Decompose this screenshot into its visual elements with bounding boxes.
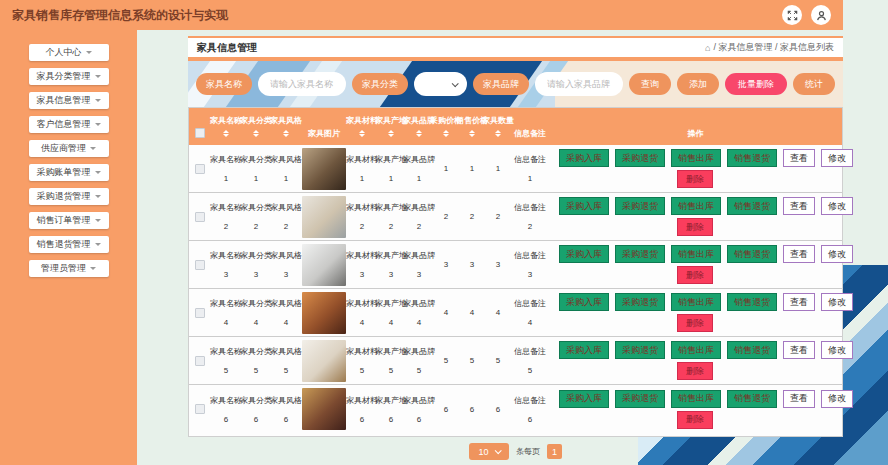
- sort-icon[interactable]: [283, 130, 289, 137]
- cell-origin: 家具产地2: [377, 202, 405, 231]
- view-button[interactable]: 查看: [783, 149, 815, 167]
- header-checkbox-cell: [189, 108, 211, 145]
- sort-icon[interactable]: [223, 130, 229, 137]
- sale-return-button[interactable]: 销售退货: [727, 390, 777, 408]
- sidebar-item-furniture-info[interactable]: 家具信息管理: [29, 92, 109, 109]
- sale-out-button[interactable]: 销售出库: [671, 341, 721, 359]
- purchase-in-button[interactable]: 采购入库: [559, 149, 609, 167]
- sidebar-item-customer-info[interactable]: 客户信息管理: [29, 116, 109, 133]
- query-button[interactable]: 查询: [629, 73, 671, 95]
- sale-out-button[interactable]: 销售出库: [671, 149, 721, 167]
- sort-icon[interactable]: [469, 130, 475, 137]
- sidebar-item-supplier[interactable]: 供应商管理: [29, 140, 109, 157]
- purchase-in-button[interactable]: 采购入库: [559, 293, 609, 311]
- furniture-category-label: 家具分类: [352, 73, 408, 95]
- edit-button[interactable]: 修改: [821, 245, 853, 263]
- furniture-brand-input[interactable]: [535, 72, 623, 96]
- sale-out-button[interactable]: 销售出库: [671, 390, 721, 408]
- sale-return-button[interactable]: 销售退货: [727, 341, 777, 359]
- sort-icon[interactable]: [388, 130, 394, 137]
- edit-button[interactable]: 修改: [821, 390, 853, 408]
- furniture-category-select[interactable]: [414, 72, 467, 96]
- table-row: 家具名称5 家具分类5 家具风格5 家具材料5 家具产地5 家具品牌5 5 5 …: [189, 337, 842, 385]
- sort-icon[interactable]: [443, 130, 449, 137]
- header-remark: 信息备注: [511, 108, 549, 145]
- view-button[interactable]: 查看: [783, 245, 815, 263]
- sidebar-item-label: 客户信息管理: [37, 118, 91, 131]
- table-body: 家具名称1 家具分类1 家具风格1 家具材料1 家具产地1 家具品牌1 1 1 …: [189, 145, 842, 433]
- sale-return-button[interactable]: 销售退货: [727, 149, 777, 167]
- fullscreen-button[interactable]: [782, 5, 802, 25]
- page-size-select[interactable]: 10: [469, 443, 509, 460]
- sidebar-item-personal-center[interactable]: 个人中心: [29, 44, 109, 61]
- cell-sale-price: 2: [459, 212, 485, 221]
- cell-purchase-price: 6: [433, 405, 459, 414]
- sort-icon[interactable]: [253, 130, 259, 137]
- home-icon[interactable]: ⌂: [705, 43, 710, 53]
- row-checkbox[interactable]: [195, 404, 205, 414]
- sale-return-button[interactable]: 销售退货: [727, 197, 777, 215]
- purchase-in-button[interactable]: 采购入库: [559, 390, 609, 408]
- row-checkbox[interactable]: [195, 260, 205, 270]
- delete-button[interactable]: 删除: [677, 266, 713, 284]
- header-image: 家具图片: [301, 108, 347, 145]
- purchase-in-button[interactable]: 采购入库: [559, 341, 609, 359]
- sidebar-item-purchase-bill[interactable]: 采购账单管理: [29, 164, 109, 181]
- row-checkbox[interactable]: [195, 212, 205, 222]
- sidebar-item-admin[interactable]: 管理员管理: [29, 260, 109, 277]
- purchase-return-button[interactable]: 采购退货: [615, 293, 665, 311]
- delete-button[interactable]: 删除: [677, 362, 713, 380]
- sale-return-button[interactable]: 销售退货: [727, 245, 777, 263]
- cell-category: 家具分类2: [241, 202, 271, 231]
- purchase-return-button[interactable]: 采购退货: [615, 245, 665, 263]
- add-button[interactable]: 添加: [677, 73, 719, 95]
- sidebar-item-furniture-category[interactable]: 家具分类管理: [29, 68, 109, 85]
- view-button[interactable]: 查看: [783, 293, 815, 311]
- user-profile-button[interactable]: [811, 5, 831, 25]
- purchase-return-button[interactable]: 采购退货: [615, 390, 665, 408]
- sort-icon[interactable]: [495, 130, 501, 137]
- row-checkbox[interactable]: [195, 164, 205, 174]
- sale-return-button[interactable]: 销售退货: [727, 293, 777, 311]
- cell-sale-price: 5: [459, 356, 485, 365]
- cell-image: [301, 196, 347, 238]
- row-checkbox[interactable]: [195, 356, 205, 366]
- edit-button[interactable]: 修改: [821, 149, 853, 167]
- select-all-checkbox[interactable]: [195, 128, 205, 138]
- header-purchase-price: 采购价格: [433, 108, 459, 145]
- edit-button[interactable]: 修改: [821, 197, 853, 215]
- delete-button[interactable]: 删除: [677, 314, 713, 332]
- edit-button[interactable]: 修改: [821, 341, 853, 359]
- sale-out-button[interactable]: 销售出库: [671, 197, 721, 215]
- view-button[interactable]: 查看: [783, 341, 815, 359]
- sidebar-item-sales-order[interactable]: 销售订单管理: [29, 212, 109, 229]
- purchase-in-button[interactable]: 采购入库: [559, 197, 609, 215]
- stats-button[interactable]: 统计: [793, 73, 835, 95]
- delete-button[interactable]: 删除: [677, 218, 713, 236]
- furniture-name-input[interactable]: [258, 72, 346, 96]
- row-checkbox[interactable]: [195, 308, 205, 318]
- sort-icon[interactable]: [416, 130, 422, 137]
- sidebar-item-purchase-return[interactable]: 采购退货管理: [29, 188, 109, 205]
- batch-delete-button[interactable]: 批量删除: [725, 73, 787, 95]
- sort-icon[interactable]: [359, 130, 365, 137]
- view-button[interactable]: 查看: [783, 390, 815, 408]
- purchase-return-button[interactable]: 采购退货: [615, 149, 665, 167]
- edit-button[interactable]: 修改: [821, 293, 853, 311]
- furniture-image: [302, 148, 346, 190]
- view-button[interactable]: 查看: [783, 197, 815, 215]
- sidebar-item-sales-return[interactable]: 销售退货管理: [29, 236, 109, 253]
- sale-out-button[interactable]: 销售出库: [671, 245, 721, 263]
- delete-button[interactable]: 删除: [677, 170, 713, 188]
- sale-out-button[interactable]: 销售出库: [671, 293, 721, 311]
- cell-name: 家具名称4: [211, 298, 241, 327]
- purchase-return-button[interactable]: 采购退货: [615, 341, 665, 359]
- row-checkbox-cell: [189, 260, 211, 270]
- page-number[interactable]: 1: [547, 444, 562, 459]
- purchase-in-button[interactable]: 采购入库: [559, 245, 609, 263]
- cell-actions: 采购入库 采购退货 销售出库 销售退货 查看 修改 删除: [549, 245, 853, 284]
- cell-image: [301, 244, 347, 286]
- cell-style: 家具风格5: [271, 346, 301, 375]
- purchase-return-button[interactable]: 采购退货: [615, 197, 665, 215]
- delete-button[interactable]: 删除: [677, 411, 713, 429]
